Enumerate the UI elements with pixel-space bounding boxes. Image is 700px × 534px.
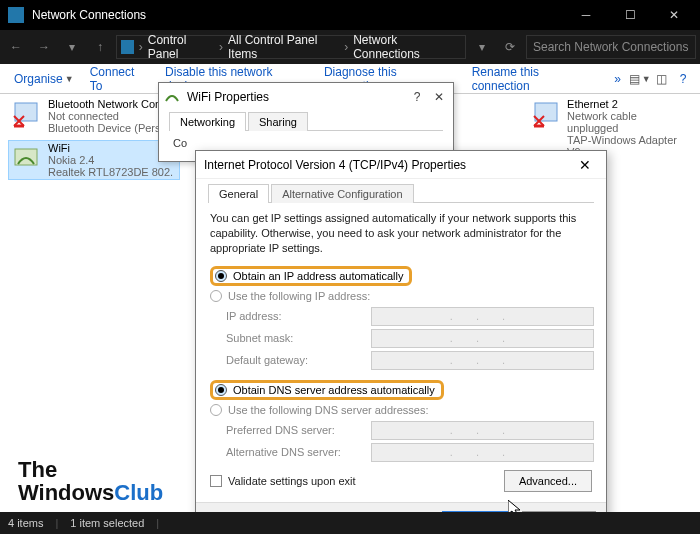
status-item-count: 4 items [8,517,43,529]
forward-button[interactable]: → [32,35,56,59]
refresh-button[interactable]: ⟳ [498,35,522,59]
close-icon[interactable]: ✕ [572,152,598,178]
maximize-button[interactable]: ☐ [608,0,652,30]
radio-icon [210,404,222,416]
breadcrumb[interactable]: Control Panel [144,33,218,61]
search-placeholder: Search Network Connections [533,40,688,54]
advanced-button[interactable]: Advanced... [504,470,592,492]
help-button[interactable]: ? [672,68,694,90]
default-gateway-input: . . . [371,351,594,370]
radio-icon [215,384,227,396]
tab-alternative-configuration[interactable]: Alternative Configuration [271,184,413,203]
description-text: You can get IP settings assigned automat… [210,211,592,256]
connection-item-wifi[interactable]: WiFi Nokia 2.4 Realtek RTL8723DE 802. [8,140,180,180]
breadcrumb[interactable]: Network Connections [349,33,461,61]
rename-button[interactable]: Rename this connection [464,65,607,93]
connection-name: Ethernet 2 [567,98,690,110]
ip-address-label: IP address: [226,310,371,322]
subnet-mask-input: . . . [371,329,594,348]
ip-address-input: . . . [371,307,594,326]
radio-label: Obtain DNS server address automatically [233,384,435,396]
radio-use-following-dns[interactable]: Use the following DNS server addresses: [208,402,594,418]
status-selection-count: 1 item selected [70,517,144,529]
status-bar: 4 items | 1 item selected | [0,512,700,534]
network-icon [121,40,134,54]
connection-item-ethernet2[interactable]: Ethernet 2 Network cable unplugged TAP-W… [530,98,690,158]
toolbar-overflow[interactable]: » [606,72,629,86]
help-icon[interactable]: ? [409,89,425,105]
up-button[interactable]: ↑ [88,35,112,59]
radio-label: Use the following IP address: [228,290,370,302]
connection-name: WiFi [48,142,173,154]
close-icon[interactable]: ✕ [431,89,447,105]
history-dropdown[interactable]: ▾ [60,35,84,59]
subnet-mask-label: Subnet mask: [226,332,371,344]
highlight-obtain-ip: Obtain an IP address automatically [210,266,412,286]
tab-networking[interactable]: Networking [169,112,246,131]
minimize-button[interactable]: ─ [564,0,608,30]
radio-use-following-ip[interactable]: Use the following IP address: [208,288,594,304]
svg-rect-5 [535,103,557,121]
alternative-dns-label: Alternative DNS server: [226,446,371,458]
connection-status: Not connected [48,110,161,122]
tab-general[interactable]: General [208,184,269,203]
radio-icon [210,290,222,302]
wifi-icon [10,142,44,176]
ethernet-icon [530,98,563,132]
checkbox-icon [210,475,222,487]
dialog-title: Internet Protocol Version 4 (TCP/IPv4) P… [204,158,466,172]
connection-status: Network cable unplugged [567,110,690,134]
validate-checkbox[interactable]: Validate settings upon exit [210,475,356,487]
preview-pane-button[interactable]: ◫ [651,68,673,90]
checkbox-label: Validate settings upon exit [228,475,356,487]
back-button[interactable]: ← [4,35,28,59]
nav-bar: ← → ▾ ↑ › Control Panel › All Control Pa… [0,30,700,64]
view-options-button[interactable]: ▤▼ [629,68,651,90]
alternative-dns-input: . . . [371,443,594,462]
address-dropdown[interactable]: ▾ [470,35,494,59]
connection-item-bluetooth[interactable]: Bluetooth Network Con Not connected Blue… [10,98,170,134]
radio-obtain-ip-auto[interactable]: Obtain an IP address automatically [208,264,594,288]
ipv4-properties-dialog: Internet Protocol Version 4 (TCP/IPv4) P… [195,150,607,518]
window-title: Network Connections [32,8,564,22]
connection-device: Realtek RTL8723DE 802. [48,166,173,178]
search-input[interactable]: Search Network Connections [526,35,696,59]
connection-name: Bluetooth Network Con [48,98,161,110]
default-gateway-label: Default gateway: [226,354,371,366]
connection-device: Bluetooth Device (Pers [48,122,161,134]
preferred-dns-label: Preferred DNS server: [226,424,371,436]
watermark-logo: The WindowsClub [18,458,163,504]
radio-label: Obtain an IP address automatically [233,270,403,282]
breadcrumb[interactable]: All Control Panel Items [224,33,343,61]
svg-rect-0 [15,103,37,121]
window-icon [8,7,24,23]
preferred-dns-input: . . . [371,421,594,440]
radio-icon [215,270,227,282]
dialog-title: WiFi Properties [187,90,269,104]
wifi-signal-icon [165,90,181,104]
highlight-obtain-dns: Obtain DNS server address automatically [210,380,444,400]
title-bar: Network Connections ─ ☐ ✕ [0,0,700,30]
connect-to-button[interactable]: Connect To [82,65,157,93]
close-button[interactable]: ✕ [652,0,696,30]
organise-menu[interactable]: Organise▼ [6,72,82,86]
tab-sharing[interactable]: Sharing [248,112,308,131]
bluetooth-icon [10,98,44,132]
radio-label: Use the following DNS server addresses: [228,404,429,416]
address-bar[interactable]: › Control Panel › All Control Panel Item… [116,35,466,59]
radio-obtain-dns-auto[interactable]: Obtain DNS server address automatically [208,378,594,402]
chevron-down-icon: ▼ [65,74,74,84]
connection-status: Nokia 2.4 [48,154,173,166]
